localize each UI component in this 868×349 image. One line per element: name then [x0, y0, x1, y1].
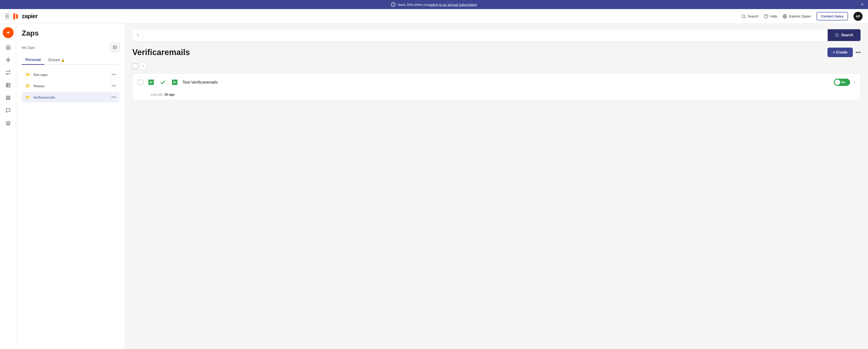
svg-rect-11 — [6, 84, 10, 87]
tab-personal-label: Personal — [25, 58, 41, 62]
folder-more-button[interactable]: ••• — [112, 95, 116, 100]
tab-shared-label: Shared — [48, 58, 60, 62]
folder-header-actions: + Create ••• — [828, 47, 861, 57]
tab-personal[interactable]: Personal — [22, 56, 44, 65]
create-zap-button[interactable]: + Create — [828, 47, 853, 57]
svg-rect-27 — [150, 82, 153, 83]
folder-icon: 📁 — [25, 84, 30, 88]
interface-icon — [6, 95, 11, 100]
tables-nav-button[interactable] — [3, 80, 13, 91]
chatbots-nav-button[interactable] — [3, 105, 13, 116]
lock-icon: 🔒 — [61, 58, 65, 62]
main-content: Search Verificaremails + Create ••• — [125, 24, 868, 349]
svg-rect-1 — [16, 14, 18, 19]
folder-header: Verificaremails + Create ••• — [132, 47, 861, 57]
interfaces-nav-button[interactable] — [3, 92, 13, 103]
panel-header-row: My Zaps — [22, 43, 119, 52]
transfers-nav-button[interactable] — [3, 67, 13, 78]
contact-sales-button[interactable]: Contact Sales — [816, 12, 848, 21]
zap-card: Test-Verificaremails On › Last edit: 2h … — [132, 73, 861, 100]
banner-link[interactable]: switch to an annual subscription — [429, 3, 477, 7]
my-zaps-label: My Zaps — [22, 45, 35, 50]
zap-toggle[interactable]: On — [834, 78, 850, 86]
search-button[interactable]: Search — [741, 14, 758, 19]
tab-shared[interactable]: Shared 🔒 — [44, 56, 69, 64]
zap-last-edit-time: 2h ago — [164, 93, 175, 96]
svg-rect-26 — [150, 82, 153, 82]
avatar[interactable]: AP — [854, 12, 863, 21]
create-new-button[interactable] — [3, 27, 13, 38]
search-input[interactable] — [144, 33, 828, 37]
search-btn-icon — [835, 33, 839, 37]
left-panel: Zaps My Zaps Personal Shared 🔒 📁 Test za… — [16, 24, 125, 349]
logo-text: zapier — [22, 13, 38, 20]
zaps-nav-button[interactable] — [3, 54, 13, 65]
panel-title: Zaps — [22, 29, 119, 37]
menu-icon[interactable]: ≡ — [5, 13, 9, 19]
banner-close-button[interactable]: × — [861, 2, 864, 7]
svg-rect-30 — [173, 82, 176, 82]
search-label: Search — [748, 14, 758, 18]
zapier-logo[interactable]: zapier — [13, 13, 38, 20]
google-sheets-svg-2 — [172, 80, 177, 85]
zap-chevron-icon[interactable]: › — [854, 80, 855, 85]
banner-text: Save 33% when you — [398, 3, 429, 7]
search-btn-label: Search — [841, 33, 853, 37]
folder-header-title: Verificaremails — [132, 47, 190, 57]
app-icon-check — [159, 78, 167, 86]
folder-name: Test zaps — [33, 73, 112, 76]
more-options-button[interactable]: ••• — [856, 50, 861, 55]
help-icon — [764, 14, 768, 19]
folder-list: 📁 Test zaps ••• 📁 Textura ••• 📁 Verifica… — [22, 69, 119, 102]
folder-more-button[interactable]: ••• — [112, 72, 116, 77]
svg-rect-28 — [150, 83, 152, 83]
svg-rect-32 — [173, 83, 175, 83]
folder-name-active: Verificaremails — [33, 95, 112, 99]
svg-rect-16 — [8, 96, 10, 97]
zap-row: Test-Verificaremails On › — [132, 74, 861, 91]
svg-rect-17 — [8, 98, 10, 100]
chat-icon — [6, 108, 11, 113]
folder-item-textura[interactable]: 📁 Textura ••• — [22, 81, 119, 91]
svg-rect-0 — [13, 13, 15, 20]
svg-marker-19 — [6, 121, 10, 123]
folder-item-test-zaps[interactable]: 📁 Test zaps ••• — [22, 69, 119, 80]
dropdown-arrow[interactable] — [140, 63, 147, 70]
svg-rect-18 — [6, 98, 7, 100]
zap-checkbox[interactable] — [138, 80, 144, 85]
toggle-label: On — [841, 81, 845, 84]
topnav-right: Search Help Explore Zapier Contact Sales… — [741, 12, 863, 21]
transfer-icon — [6, 70, 11, 75]
svg-point-2 — [742, 14, 745, 18]
lightning-icon — [6, 57, 11, 62]
svg-rect-31 — [173, 82, 176, 83]
check-svg — [160, 79, 166, 86]
top-navigation: ≡ zapier Search Help Explore Zapier Cont… — [0, 9, 868, 24]
svg-line-3 — [745, 17, 745, 18]
table-icon — [6, 83, 11, 88]
canvas-nav-button[interactable] — [3, 118, 13, 129]
folder-item-verificaremails[interactable]: 📁 Verificaremails ••• — [22, 92, 119, 102]
help-button[interactable]: Help — [764, 14, 777, 19]
search-expand-button[interactable] — [132, 29, 144, 41]
icon-sidebar — [0, 24, 16, 349]
svg-point-23 — [835, 34, 838, 36]
search-submit-button[interactable]: Search — [828, 29, 861, 41]
folder-icon: 📁 — [25, 72, 30, 77]
svg-rect-15 — [6, 96, 7, 97]
promo-banner: i Save 33% when you switch to an annual … — [0, 0, 868, 9]
explore-button[interactable]: Explore Zapier — [783, 14, 811, 19]
app-icon-google-sheets-2 — [170, 78, 179, 86]
add-folder-button[interactable] — [110, 43, 119, 52]
folder-more-button[interactable]: ••• — [112, 84, 116, 88]
logo-icon — [13, 13, 22, 20]
app-layout: Zaps My Zaps Personal Shared 🔒 📁 Test za… — [0, 24, 868, 349]
select-all-row — [132, 63, 861, 70]
app-icon-google-sheets-1 — [147, 78, 155, 86]
folder-name: Textura — [33, 84, 112, 88]
folder-icon-active: 📁 — [25, 95, 30, 100]
select-all-checkbox[interactable] — [132, 63, 138, 69]
zap-name: Test-Verificaremails — [182, 80, 830, 85]
zap-last-edit: Last edit: 2h ago — [132, 91, 861, 100]
home-nav-button[interactable] — [3, 42, 13, 53]
